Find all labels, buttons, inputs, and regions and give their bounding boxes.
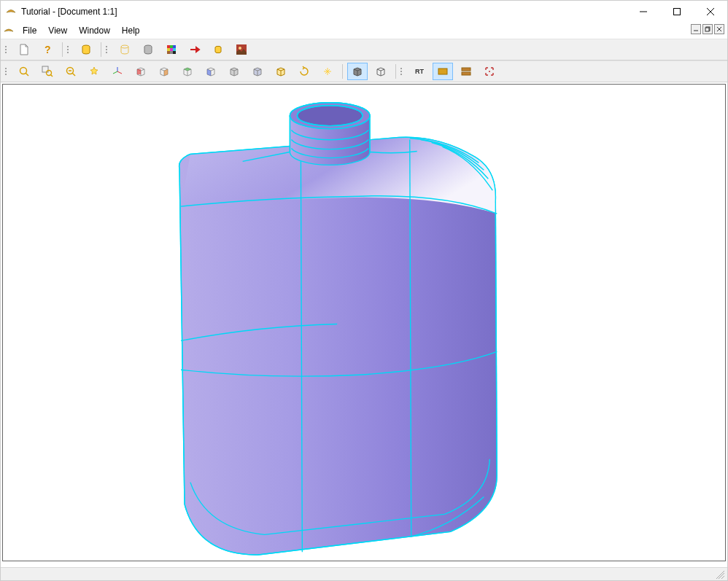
zoom-window-button[interactable] — [37, 63, 58, 80]
box-blue-button[interactable] — [201, 63, 221, 80]
svg-line-32 — [72, 73, 75, 76]
box-iso2-button[interactable] — [247, 63, 268, 80]
shade-solid-button[interactable] — [347, 63, 368, 80]
magnifier-box-icon — [42, 66, 53, 77]
object-small-button[interactable] — [208, 41, 228, 58]
svg-line-26 — [26, 73, 28, 76]
toolbar-handle[interactable] — [5, 64, 9, 79]
minimize-button[interactable] — [627, 1, 660, 23]
close-button[interactable] — [694, 1, 727, 23]
rect-split-icon — [460, 66, 472, 77]
cube-solid-icon — [352, 66, 363, 77]
svg-line-29 — [50, 74, 53, 77]
svg-rect-39 — [462, 72, 471, 75]
svg-rect-20 — [170, 51, 173, 54]
svg-rect-37 — [438, 69, 447, 74]
star-yellow-icon — [88, 66, 100, 77]
svg-rect-14 — [170, 45, 173, 48]
maximize-button[interactable] — [660, 1, 694, 23]
zoom-fit-button[interactable] — [14, 63, 34, 80]
box-green-button[interactable] — [177, 63, 198, 80]
magnifier-icon — [18, 66, 30, 77]
object-outline-button[interactable] — [115, 41, 135, 58]
svg-rect-36 — [137, 69, 141, 74]
toolbar-handle[interactable] — [5, 42, 9, 57]
app-icon-small — [4, 26, 14, 36]
shade-wire-button[interactable] — [371, 63, 391, 80]
sel-brackets-icon — [484, 66, 495, 77]
new-document-button[interactable] — [14, 41, 34, 58]
box-blue-icon — [205, 66, 217, 77]
menu-window[interactable]: Window — [73, 24, 116, 37]
svg-line-34 — [117, 71, 122, 74]
cube-wire-icon — [375, 66, 387, 77]
selection-box-button[interactable] — [479, 63, 500, 80]
rect-shaded-icon — [437, 66, 449, 77]
color-grid-button[interactable] — [161, 41, 182, 58]
box-orange-button[interactable] — [154, 63, 174, 80]
menu-help[interactable]: Help — [116, 24, 146, 37]
viewport-3d[interactable] — [2, 84, 726, 561]
svg-point-11 — [121, 45, 128, 48]
box-red-button[interactable] — [131, 63, 151, 80]
model-bottle-icon — [3, 85, 725, 561]
box-red-icon — [135, 66, 147, 77]
toolbar-row-2: RT — [1, 61, 727, 82]
spark-icon — [322, 66, 333, 77]
window-controls — [627, 1, 727, 23]
svg-rect-1 — [674, 9, 681, 15]
svg-rect-19 — [167, 51, 170, 54]
help-button[interactable]: ? — [37, 41, 58, 58]
box-orange-icon — [158, 66, 170, 77]
svg-line-35 — [113, 71, 117, 74]
rotate-tool-button[interactable] — [294, 63, 314, 80]
svg-rect-16 — [167, 48, 170, 51]
object-gray-button[interactable] — [138, 41, 158, 58]
svg-text:?: ? — [44, 44, 51, 55]
menu-file[interactable]: File — [17, 24, 42, 37]
box-iso2-icon — [252, 66, 263, 77]
magnifier-minus-icon — [65, 66, 77, 77]
rotate-icon — [298, 66, 310, 77]
photo-tool-button[interactable] — [231, 41, 252, 58]
toolbar-row-1: ? — [1, 39, 727, 61]
box-iso3-icon — [275, 66, 287, 77]
pick-star-button[interactable] — [84, 63, 104, 80]
photo-icon — [236, 44, 247, 55]
zoom-out-button[interactable] — [61, 63, 81, 80]
barrel-outline-icon — [119, 44, 131, 55]
viewport-area — [1, 82, 727, 567]
mdi-close[interactable] — [714, 24, 724, 34]
svg-rect-15 — [173, 45, 176, 48]
title-bar: Tutorial - [Document 1:1] — [1, 1, 727, 23]
resize-grip[interactable] — [716, 570, 724, 579]
mdi-restore[interactable] — [702, 24, 713, 34]
toolbar-handle[interactable] — [400, 64, 405, 79]
svg-point-24 — [239, 47, 241, 50]
rt-toggle-button[interactable]: RT — [409, 63, 430, 80]
svg-rect-18 — [173, 48, 176, 51]
axes-icon — [112, 66, 123, 77]
page-icon — [18, 44, 30, 55]
question-icon: ? — [42, 44, 53, 55]
menu-view[interactable]: View — [42, 24, 73, 37]
pick-spark-button[interactable] — [317, 63, 338, 80]
box-green-icon — [182, 66, 193, 77]
box-iso3-button[interactable] — [271, 63, 291, 80]
toolbar-handle[interactable] — [67, 42, 71, 57]
svg-rect-21 — [173, 51, 176, 54]
svg-rect-38 — [462, 68, 471, 71]
arrow-red-button[interactable] — [185, 41, 205, 58]
status-bar — [1, 567, 727, 580]
window-title: Tutorial - [Document 1:1] — [21, 7, 627, 17]
svg-point-40 — [489, 71, 490, 72]
toolbar-handle[interactable] — [106, 42, 110, 57]
box-iso1-button[interactable] — [224, 63, 244, 80]
display-mode-a-button[interactable] — [433, 63, 453, 80]
app-icon — [5, 6, 17, 17]
view-axes-button[interactable] — [107, 63, 128, 80]
object-solid-button[interactable] — [76, 41, 96, 58]
mdi-minimize[interactable] — [691, 24, 701, 34]
display-mode-b-button[interactable] — [456, 63, 476, 80]
arrow-red-icon — [189, 44, 201, 55]
